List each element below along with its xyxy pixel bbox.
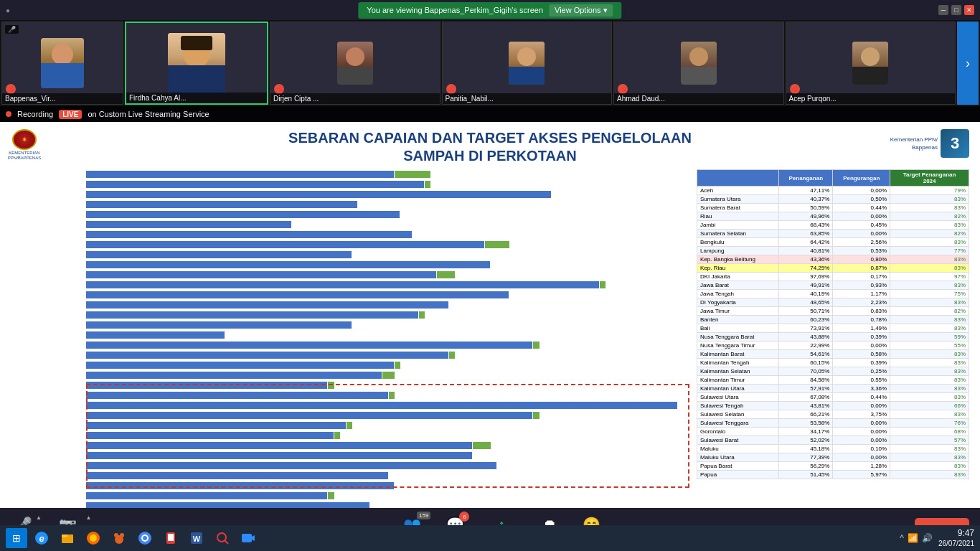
bar-penanganan-11 [86,281,599,288]
screen-share-banner: You are viewing Bappenas_Perkim_Gigih's … [358,2,621,19]
cell-target-7: 77% [890,247,969,255]
participant-tile-main[interactable]: Firdha Cahya Al... [125,22,268,105]
cell-province-11: Jawa Barat [697,281,779,290]
cell-target-15: 83% [890,316,969,324]
cell-penanganan-33: 51,45% [779,471,833,479]
bar-penanganan-27 [86,442,472,449]
participant-tile-4[interactable]: 🚫 Acep Purqon... [786,22,956,105]
bar-pengurangan-1 [425,181,430,188]
bar-penanganan-32 [86,492,327,499]
bar-row-5: Gorontalo [86,220,689,229]
cell-province-12: Jawa Tengah [697,290,779,298]
cell-penanganan-3: 49,96% [779,212,833,221]
col-header-penanganan: Penanganan [779,170,833,187]
cell-target-6: 83% [890,238,969,247]
cell-penanganan-5: 63,85% [779,230,833,238]
participant-avatar-main [168,33,225,94]
cell-province-24: Sulawesi Utara [697,393,779,402]
bar-penanganan-21 [86,382,327,389]
bar-row-30: Riau [86,471,689,480]
taskbar-zoom-icon[interactable] [237,528,260,548]
clock-time: 9:47 [938,528,974,540]
cell-target-8: 83% [890,255,969,264]
cell-pengurangan-2: 0,44% [833,204,890,212]
maximize-button[interactable]: □ [951,5,961,15]
cell-pengurangan-26: 3,75% [833,410,890,419]
bar-pengurangan-21 [328,382,334,389]
taskbar-paw-icon[interactable] [108,528,131,548]
unmute-caret[interactable]: ▲ [36,514,42,521]
table-row-3: Riau49,96%0,00%82% [697,212,969,221]
bar-penanganan-24 [86,412,532,419]
cell-province-3: Riau [697,212,779,221]
bar-track-27 [86,442,689,449]
bar-track-18 [86,352,689,359]
tray-arrow[interactable]: ^ [900,533,904,543]
taskbar-word-icon[interactable]: W [185,528,208,548]
bar-chart: PapuaPapua BaratMaluku UtaraMalukuSulawe… [11,169,689,508]
col-header-pengurangan: Pengurangan [833,170,890,187]
cell-target-10: 97% [890,273,969,281]
taskbar-search-icon[interactable] [211,528,234,548]
bar-track-2 [86,191,689,198]
taskbar-firefox-icon[interactable] [82,528,105,548]
bar-penanganan-2 [86,191,551,198]
bar-row-20: DI Yogyakarta [86,370,689,380]
bar-row-2: Maluku Utara [86,189,689,199]
table-row-5: Sumatera Selatan63,85%0,00%82% [697,230,969,238]
close-button[interactable]: ✕ [964,5,974,15]
cell-target-21: 83% [890,367,969,376]
table-row-4: Jambi68,43%0,45%83% [697,221,969,230]
cell-penanganan-0: 47,11% [779,187,833,195]
bar-track-7 [86,241,689,248]
cell-pengurangan-3: 0,00% [833,212,890,221]
cell-penanganan-23: 57,91% [779,385,833,393]
bar-penanganan-3 [86,201,357,208]
cell-province-1: Sumatera Utara [697,195,779,204]
bar-track-12 [86,291,689,298]
bar-pengurangan-17 [533,342,539,349]
cell-province-16: Bali [697,324,779,333]
video-caret[interactable]: ▲ [85,514,91,521]
cell-province-4: Jambi [697,221,779,230]
table-row-21: Kalimantan Selatan70,05%0,25%83% [697,367,969,376]
minimize-button[interactable]: ─ [938,5,948,15]
cell-target-22: 83% [890,376,969,385]
main-content: ✶ KEMENTERIANPPN/BAPPENAS SEBARAN CAPAIA… [0,122,980,508]
taskbar-ie-icon[interactable]: e [30,528,53,548]
cell-pengurangan-11: 0,93% [833,281,890,290]
bar-track-5 [86,221,689,228]
participant-tile-1[interactable]: 🚫 Dirjen Cipta ... [270,22,440,105]
cell-penanganan-21: 70,05% [779,367,833,376]
bar-penanganan-31 [86,482,394,489]
cell-pengurangan-0: 0,00% [833,187,890,195]
cell-province-8: Kep. Bangka Belitung [697,255,779,264]
windows-start-button[interactable]: ⊞ [6,528,27,548]
mic-muted-icon-4: 🚫 [790,84,800,94]
taskbar-chrome-icon[interactable] [133,528,156,548]
streaming-text: on Custom Live Streaming Service [88,110,209,118]
cell-pengurangan-12: 1,17% [833,290,890,298]
table-row-7: Lampung40,81%0,53%77% [697,247,969,255]
system-tray: ^ 📶 🔊 [900,533,933,543]
cell-province-6: Bengkulu [697,238,779,247]
taskbar-phone-icon[interactable] [159,528,182,548]
cell-target-28: 68% [890,428,969,436]
cell-penanganan-7: 40,81% [779,247,833,255]
participant-tile-2[interactable]: 🚫 Panitia_Nabil... [442,22,613,105]
table-row-23: Kalimantan Utara57,91%3,36%83% [697,385,969,393]
participant-tile-0[interactable]: 🎤 🚫 Bappenas_Vir... [1,22,123,105]
zoom-logo: ● [6,6,10,14]
taskbar-explorer-icon[interactable] [56,528,79,548]
next-participant-button[interactable]: › [957,22,979,105]
bar-track-33 [86,502,689,509]
cell-penanganan-18: 22,99% [779,342,833,350]
cell-penanganan-15: 60,23% [779,316,833,324]
participant-name-0: Bappenas_Vir... [2,93,123,104]
participant-tile-3[interactable]: 🚫 Ahmad Daud... [613,22,784,105]
table-row-11: Jawa Barat49,91%0,93%83% [697,281,969,290]
bar-row-26: Lampung [86,430,689,440]
view-options-button[interactable]: View Options ▾ [549,4,613,17]
bar-pengurangan-26 [334,432,340,439]
network-icon: 📶 [908,533,918,543]
